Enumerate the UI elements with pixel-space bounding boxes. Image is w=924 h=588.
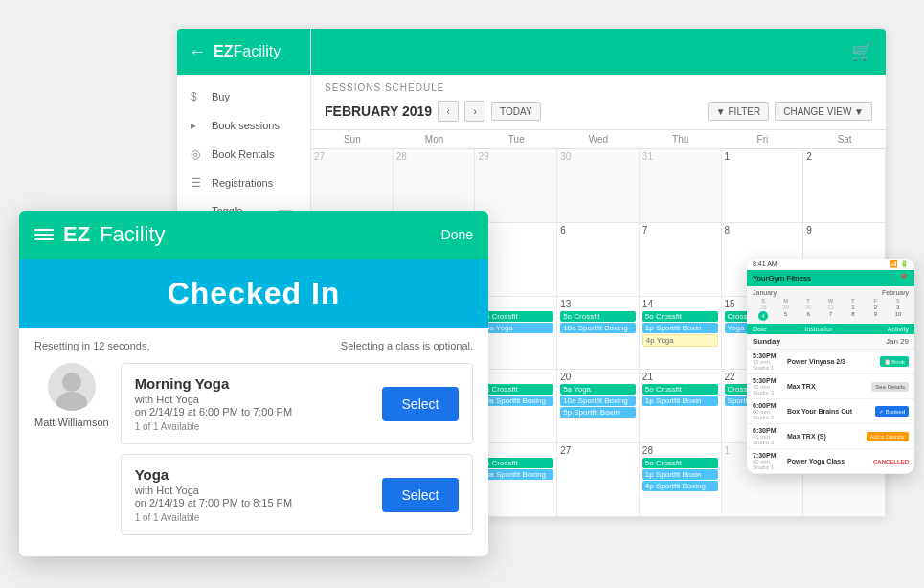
sessions-label: SESSIONS SCHEDULE bbox=[311, 75, 886, 97]
checkin-body-inner: Matt Williamson Morning Yoga with Hot Yo… bbox=[34, 363, 473, 545]
svg-point-0 bbox=[62, 373, 81, 392]
day-header-wed: Wed bbox=[557, 130, 640, 148]
nav-item-book-sessions[interactable]: ▸ Book sessions bbox=[177, 111, 310, 140]
cal-cell-3-3[interactable]: 205a Yoga10a Sportfit Boxing5p Sportfit … bbox=[557, 370, 640, 442]
nav-label-book-sessions: Book sessions bbox=[212, 120, 280, 131]
checkin-logo: EZFacility bbox=[34, 222, 166, 247]
mobile-session-info-2: Box Your Brains Out bbox=[787, 408, 871, 415]
mobile-session-info-3: Max TRX (S) bbox=[787, 433, 863, 440]
calendar-event[interactable]: 10a Sportfit Boxing bbox=[478, 469, 553, 480]
mobile-col-activity: Activity bbox=[857, 326, 909, 332]
calendar-event[interactable]: 10a Yoga bbox=[478, 323, 553, 333]
change-view-button[interactable]: CHANGE VIEW ▼ bbox=[775, 102, 872, 121]
nav-item-book-rentals[interactable]: ◎ Book Rentals bbox=[177, 140, 310, 169]
cal-cell-0-6[interactable]: 2 bbox=[803, 149, 886, 222]
back-button[interactable]: ← bbox=[189, 42, 206, 62]
today-button[interactable]: TODAY bbox=[491, 102, 541, 121]
class-card-1: Yoga with Hot Yoga on 2/14/19 at 7:00 PM… bbox=[121, 454, 473, 535]
mobile-session-time-1: 5:30PM 45 min Studio 3 bbox=[753, 377, 783, 396]
mobile-session-info-1: Max TRX bbox=[787, 383, 868, 390]
cal-cell-3-4[interactable]: 215o Crossfit1p Sportfit Boxin bbox=[640, 370, 722, 442]
calendar-event[interactable]: 5a Crossfit bbox=[478, 384, 553, 395]
cal-cell-0-4[interactable]: 31 bbox=[640, 149, 722, 222]
cal-cell-0-5[interactable]: 1 bbox=[722, 149, 804, 222]
prev-month-label: January bbox=[753, 289, 777, 296]
calendar-event[interactable]: 1p Sportfit Boxin bbox=[642, 323, 718, 333]
day-header-thu: Thu bbox=[640, 130, 722, 148]
done-button[interactable]: Done bbox=[441, 227, 473, 242]
nav-item-buy[interactable]: $ Buy bbox=[177, 82, 310, 111]
calendar-event[interactable]: 4p Crossfit bbox=[478, 311, 553, 322]
mobile-session-info-4: Power Yoga Class bbox=[787, 458, 869, 464]
cal-cell-4-3[interactable]: 27 bbox=[557, 443, 640, 516]
mobile-session-time-0: 5:30PM 75 min Studio 1 bbox=[753, 352, 783, 371]
mobile-session-time-3: 6:30PM 45 min Studio 3 bbox=[753, 427, 783, 445]
checkin-logo-facility: Facility bbox=[100, 222, 165, 247]
rentals-icon: ◎ bbox=[191, 147, 204, 161]
calendar-event[interactable]: 5p Sportfit Boxin bbox=[560, 407, 636, 418]
calendar-event[interactable]: 5o Crossfit bbox=[560, 311, 636, 322]
reg-icon: ☰ bbox=[191, 176, 204, 190]
class-name-0: Morning Yoga bbox=[135, 375, 382, 392]
calendar-event[interactable]: 5a Crossfit bbox=[478, 458, 553, 468]
class-avail-0: 1 of 1 Available bbox=[135, 421, 382, 432]
mobile-booked-btn-2[interactable]: ✓ Booked bbox=[875, 406, 909, 417]
cal-cell-4-4[interactable]: 285o Crossfit1p Sportfit Boxin4p Sportfi… bbox=[640, 443, 722, 516]
calendar-event[interactable]: 4p Sportfit Boxing bbox=[642, 481, 718, 491]
mobile-sessions-list: 5:30PM 75 min Studio 1 Power Vinyasa 2/3… bbox=[747, 350, 914, 474]
cart-icon[interactable]: 🛒 bbox=[851, 41, 872, 62]
day-header-mon: Mon bbox=[394, 130, 476, 148]
cal-cell-2-4[interactable]: 145o Crossfit1p Sportfit Boxin4p Yoga bbox=[640, 297, 722, 370]
calendar-top-bar: 🛒 bbox=[311, 29, 886, 75]
mobile-session-info-0: Power Vinyasa 2/3 bbox=[787, 358, 876, 365]
mobile-cal-btn-3[interactable]: Add to Calendar bbox=[867, 432, 909, 441]
calendar-event[interactable]: 5o Crossfit bbox=[642, 311, 718, 322]
mobile-time: 8:41 AM bbox=[753, 260, 778, 268]
cal-cell-2-3[interactable]: 135o Crossfit10a Sportfit Boxing bbox=[557, 297, 640, 370]
calendar-event[interactable]: 4p Yoga bbox=[642, 334, 718, 347]
checkin-logo-ez: EZ bbox=[63, 222, 90, 247]
avatar bbox=[48, 363, 96, 411]
day-header-fri: Fri bbox=[722, 130, 804, 148]
calendar-event[interactable]: 10a Sportfit Boxing bbox=[478, 396, 553, 406]
logo-ez: EZ bbox=[214, 43, 233, 60]
reset-text: Resetting in 12 seconds. bbox=[34, 340, 149, 351]
sidebar-header: ← EZFacility bbox=[177, 29, 310, 75]
cal-cell-1-3[interactable]: 6 bbox=[557, 223, 640, 296]
mobile-book-btn-0[interactable]: 📋 Book bbox=[880, 356, 909, 367]
mobile-session-4: 7:30PM 60 min Studio 1 Power Yoga Class … bbox=[747, 449, 914, 474]
select-button-0[interactable]: Select bbox=[382, 387, 459, 421]
hamburger-menu[interactable] bbox=[34, 229, 54, 240]
nav-item-registrations[interactable]: ☰ Registrations bbox=[177, 169, 310, 197]
cal-cell-0-2[interactable]: 29 bbox=[475, 149, 557, 222]
nav-label-buy: Buy bbox=[212, 91, 230, 102]
calendar-event[interactable]: 5o Crossfit bbox=[642, 384, 718, 395]
day-header-sun: Sun bbox=[311, 130, 394, 148]
prev-month-button[interactable]: ‹ bbox=[438, 101, 459, 122]
calendar-event[interactable]: 1p Sportfit Boxin bbox=[642, 396, 718, 406]
calendar-event[interactable]: 1p Sportfit Boxin bbox=[642, 469, 718, 480]
mobile-battery: 📶 🔋 bbox=[890, 260, 909, 268]
checkin-classes: Morning Yoga with Hot Yoga on 2/14/19 at… bbox=[121, 363, 473, 545]
next-month-button[interactable]: › bbox=[464, 101, 485, 122]
cal-cell-1-4[interactable]: 7 bbox=[640, 223, 722, 296]
calendar-event[interactable]: 10a Sportfit Boxing bbox=[560, 396, 636, 406]
calendar-event[interactable]: 10a Sportfit Boxing bbox=[560, 323, 636, 333]
sessions-icon: ▸ bbox=[191, 119, 204, 132]
svg-point-1 bbox=[56, 392, 87, 411]
mobile-app-header: YourGym Fitness 📍 bbox=[747, 270, 914, 286]
class-datetime-1: on 2/14/19 at 7:00 PM to 8:15 PM bbox=[135, 497, 382, 509]
cal-cell-0-3[interactable]: 30 bbox=[557, 149, 640, 222]
mobile-details-btn-1[interactable]: See Details bbox=[871, 382, 909, 392]
mobile-cancelled-label-4: CANCELLED bbox=[873, 459, 909, 464]
calendar-event[interactable]: 5o Crossfit bbox=[642, 458, 718, 468]
select-button-1[interactable]: Select bbox=[382, 478, 459, 512]
calendar-month: FEBRUARY 2019 bbox=[325, 103, 432, 119]
filter-button[interactable]: ▼ FILTER bbox=[708, 102, 769, 121]
class-instructor-1: with Hot Yoga bbox=[135, 485, 382, 496]
calendar-event[interactable]: 5a Yoga bbox=[560, 384, 636, 395]
mobile-mini-cal: January February S M T W T F S 28 29 30 … bbox=[747, 286, 914, 324]
checkin-title: Checked In bbox=[19, 259, 488, 328]
mobile-col-instructor: Instructor bbox=[804, 326, 856, 332]
optional-text: Selecting a class is optional. bbox=[341, 340, 473, 351]
